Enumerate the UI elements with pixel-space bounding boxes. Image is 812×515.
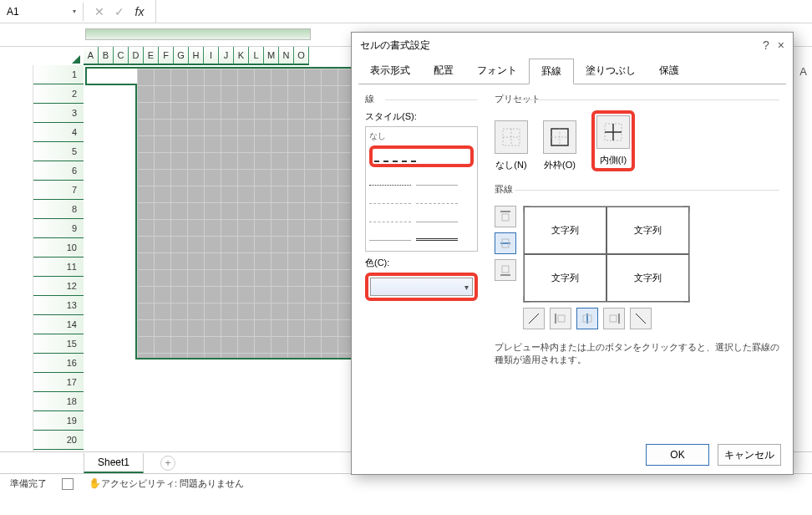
row-header[interactable]: 9 bbox=[33, 219, 84, 238]
row-header[interactable]: 4 bbox=[33, 123, 84, 142]
svg-rect-17 bbox=[558, 315, 565, 322]
preset-inside-button[interactable] bbox=[596, 115, 630, 149]
fx-icon[interactable]: fx bbox=[132, 5, 147, 18]
cancel-button[interactable]: キャンセル bbox=[718, 444, 781, 466]
close-icon[interactable]: × bbox=[778, 38, 784, 52]
format-cells-dialog: セルの書式設定 ? × 表示形式配置フォント罫線塗りつぶし保護 線 スタイル(S… bbox=[351, 32, 794, 475]
column-header[interactable]: G bbox=[174, 47, 189, 65]
dialog-tab[interactable]: 塗りつぶし bbox=[574, 59, 647, 84]
dialog-tab[interactable]: 罫線 bbox=[529, 59, 574, 84]
column-header[interactable]: B bbox=[99, 47, 114, 65]
svg-line-15 bbox=[529, 314, 539, 324]
border-bottom-button[interactable] bbox=[495, 259, 516, 281]
row-header[interactable]: 17 bbox=[33, 373, 84, 392]
preset-section-label: プリセット bbox=[495, 93, 779, 105]
column-header[interactable]: D bbox=[129, 47, 144, 65]
style-sample[interactable] bbox=[416, 192, 458, 204]
row-header[interactable]: 14 bbox=[33, 315, 84, 334]
column-header[interactable]: C bbox=[114, 47, 129, 65]
border-left-button[interactable] bbox=[550, 308, 571, 329]
column-header[interactable]: J bbox=[219, 47, 234, 65]
style-sample[interactable] bbox=[416, 174, 458, 186]
border-vertical-middle-button[interactable] bbox=[576, 308, 598, 329]
style-sample[interactable] bbox=[416, 229, 458, 241]
preset-inside-label: 内側(I) bbox=[600, 154, 627, 166]
row-header[interactable]: 12 bbox=[33, 277, 84, 296]
column-header[interactable]: I bbox=[204, 47, 219, 65]
style-sample[interactable] bbox=[369, 211, 411, 222]
help-icon[interactable]: ? bbox=[763, 38, 769, 52]
preset-outline-label: 外枠(O) bbox=[544, 159, 576, 171]
svg-rect-21 bbox=[610, 315, 617, 322]
row-header[interactable]: 11 bbox=[33, 258, 84, 277]
style-sample[interactable] bbox=[369, 229, 411, 241]
namebox[interactable]: A1 ▾ bbox=[0, 3, 84, 21]
dialog-titlebar[interactable]: セルの書式設定 ? × bbox=[352, 33, 793, 58]
column-header[interactable]: O bbox=[294, 47, 309, 65]
column-header[interactable]: L bbox=[249, 47, 264, 65]
dialog-tab[interactable]: フォント bbox=[465, 59, 529, 84]
style-sample-selected[interactable] bbox=[374, 150, 416, 162]
column-header[interactable]: K bbox=[234, 47, 249, 65]
row-header[interactable]: 8 bbox=[33, 200, 84, 219]
style-sample[interactable] bbox=[369, 192, 411, 204]
border-diagonal-up-button[interactable] bbox=[523, 308, 545, 329]
dialog-tab[interactable]: 表示形式 bbox=[358, 59, 422, 84]
row-header[interactable]: 6 bbox=[33, 161, 84, 181]
dialog-tab[interactable]: 配置 bbox=[422, 59, 465, 84]
column-header[interactable]: F bbox=[159, 47, 174, 65]
border-horizontal-middle-button[interactable] bbox=[495, 232, 516, 254]
hint-text: プレビュー枠内または上のボタンをクリックすると、選択した罫線の種類が適用されます… bbox=[495, 341, 779, 366]
row-header[interactable]: 5 bbox=[33, 142, 84, 161]
row-header[interactable]: 18 bbox=[33, 392, 84, 411]
row-header[interactable]: 13 bbox=[33, 296, 84, 315]
preset-none-label: なし(N) bbox=[495, 159, 526, 171]
border-preview[interactable]: 文字列 文字列 文字列 文字列 bbox=[523, 206, 690, 303]
status-accessibility[interactable]: ✋アクセシビリティ: 問題ありません bbox=[89, 477, 244, 490]
column-header[interactable]: M bbox=[264, 47, 279, 65]
accept-formula-icon[interactable]: ✓ bbox=[112, 5, 127, 18]
ok-button[interactable]: OK bbox=[646, 444, 709, 466]
dialog-tab[interactable]: 保護 bbox=[647, 59, 691, 84]
column-header[interactable]: E bbox=[144, 47, 159, 65]
preview-cell: 文字列 bbox=[606, 207, 689, 254]
dialog-title: セルの書式設定 bbox=[360, 38, 430, 53]
svg-rect-10 bbox=[502, 214, 509, 221]
border-diagonal-down-button[interactable] bbox=[630, 308, 652, 329]
column-header[interactable]: N bbox=[279, 47, 294, 65]
column-header[interactable]: A bbox=[84, 47, 99, 65]
border-section-label: 罫線 bbox=[495, 183, 779, 196]
row-header[interactable]: 19 bbox=[33, 411, 84, 431]
column-header[interactable]: H bbox=[189, 47, 204, 65]
row-header[interactable]: 16 bbox=[33, 354, 84, 373]
line-style-list[interactable]: なし bbox=[365, 126, 478, 252]
selection-rectangle bbox=[135, 67, 353, 359]
cell-reference: A1 bbox=[7, 6, 19, 18]
preset-outline-button[interactable] bbox=[543, 120, 576, 154]
preview-cell: 文字列 bbox=[524, 254, 606, 302]
cancel-formula-icon[interactable]: ✕ bbox=[92, 5, 107, 18]
formula-input[interactable] bbox=[156, 8, 812, 15]
border-top-button[interactable] bbox=[495, 206, 516, 227]
select-all-triangle[interactable] bbox=[72, 55, 80, 64]
svg-line-22 bbox=[636, 314, 646, 324]
preset-none-button[interactable] bbox=[495, 120, 528, 154]
row-header[interactable]: 15 bbox=[33, 334, 84, 354]
border-right-button[interactable] bbox=[603, 308, 625, 329]
row-header[interactable]: 10 bbox=[33, 238, 84, 258]
svg-rect-14 bbox=[502, 266, 509, 273]
new-sheet-button[interactable]: + bbox=[160, 456, 175, 471]
vertical-ruler bbox=[0, 65, 33, 451]
row-header[interactable]: 1 bbox=[33, 65, 84, 84]
line-color-dropdown[interactable]: ▾ bbox=[370, 278, 473, 296]
row-header[interactable]: 20 bbox=[33, 431, 84, 450]
right-column-hint: A bbox=[799, 65, 807, 78]
style-label: スタイル(S): bbox=[365, 110, 478, 123]
row-header[interactable]: 2 bbox=[33, 84, 84, 104]
style-sample[interactable] bbox=[416, 211, 458, 222]
row-header[interactable]: 7 bbox=[33, 181, 84, 200]
row-header[interactable]: 3 bbox=[33, 104, 84, 123]
sheet-tab[interactable]: Sheet1 bbox=[84, 453, 144, 473]
style-sample[interactable] bbox=[369, 174, 411, 186]
line-section-label: 線 bbox=[365, 93, 478, 105]
